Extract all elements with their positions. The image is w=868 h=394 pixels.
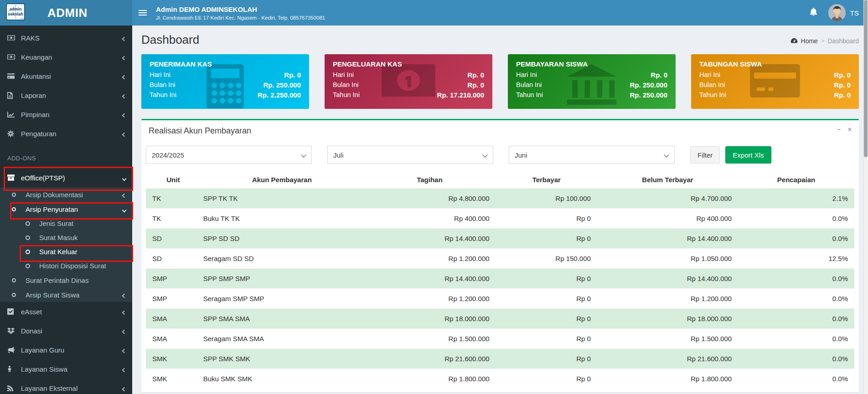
user-avatar — [828, 4, 846, 21]
sidebar-logo[interactable]: admin sekolah .net ADMIN — [0, 0, 132, 26]
sidebar-item-akuntansi[interactable]: Akuntansi — [0, 67, 132, 86]
infobox-title: PEMBAYARAN SISWA — [516, 60, 667, 68]
sidebar: RAKSKeuanganAkuntansiLaporanPimpinanPeng… — [0, 26, 132, 394]
table-cell: Rp 21.600.000 — [363, 349, 496, 369]
sidebar-item-layanan-guru[interactable]: Layanan Guru — [0, 340, 132, 359]
sidebar-item-layanan-eksternal[interactable]: Layanan Eksternal — [0, 379, 132, 394]
sidebar-item-keuangan[interactable]: Keuangan — [0, 47, 132, 67]
circle-o-icon — [26, 250, 39, 254]
sidebar-item-layanan-siswa[interactable]: Layanan Siswa — [0, 359, 132, 379]
sidebar-item-laporan[interactable]: Laporan — [0, 86, 132, 105]
close-icon[interactable]: × — [848, 126, 852, 133]
infobox-stat-row: Hari IniRp. 0 — [516, 71, 667, 79]
sidebar-item-label: eAsset — [21, 308, 42, 316]
table-cell: Rp 100.000 — [496, 189, 597, 209]
month-to-select[interactable]: Juni — [509, 146, 674, 164]
sidebar-item-donasi[interactable]: Donasi — [0, 321, 132, 340]
table-cell: Rp 1.050.000 — [597, 249, 738, 269]
table-cell: Rp 0 — [496, 289, 597, 309]
stat-value: Rp. 250.000 — [630, 81, 667, 89]
table-cell: Rp 1.200.000 — [363, 249, 496, 269]
sidebar-item-label: Surat Keluar — [39, 248, 77, 256]
circle-o-icon — [26, 235, 39, 240]
sidebar-item-jenis-surat[interactable]: Jenis Surat — [0, 216, 132, 230]
chevron-left-icon — [123, 53, 126, 61]
stat-value: Rp. 0 — [834, 81, 851, 89]
sidebar-item-surat-perintah-dinas[interactable]: Surat Perintah Dinas — [0, 273, 132, 287]
breadcrumb-separator: > — [821, 37, 825, 44]
stat-label: Hari Ini — [516, 71, 537, 79]
column-header-pencapaian: Pencapaian — [738, 171, 854, 189]
month-from-select[interactable]: Juli — [328, 146, 493, 164]
month-from-select-wrap: Juli — [327, 146, 493, 164]
table-cell: Rp 1.200.000 — [363, 289, 496, 309]
sidebar-item-label: Surat Perintah Dinas — [26, 276, 88, 284]
table-cell: Seragam SMA SMA — [201, 329, 363, 349]
sidebar-item-raks[interactable]: RAKS — [0, 28, 132, 47]
sidebar-item-arsip-dokumentasi[interactable]: Arsip Dokumentasi — [0, 187, 132, 202]
sidebar-item-easset[interactable]: eAsset — [0, 302, 132, 321]
stat-label: Tahun Ini — [333, 91, 360, 99]
user-initials: TS — [850, 9, 859, 17]
stat-value: Rp. 2.250.000 — [258, 91, 301, 99]
sidebar-item-arsip-penyuratan[interactable]: Arsip Penyuratan — [0, 202, 132, 216]
stat-label: Hari Ini — [333, 71, 354, 79]
chevron-down-icon — [123, 205, 126, 213]
chevron-left-icon — [123, 365, 126, 373]
window-scrollbar[interactable] — [863, 0, 868, 394]
export-xls-button[interactable]: Export Xls — [725, 146, 771, 164]
circle-o-icon — [26, 221, 39, 226]
table-cell: Rp 400.000 — [363, 209, 496, 229]
infobox-title: TABUNGAN SISWA — [699, 60, 851, 68]
table-cell: Rp 1.800.000 — [363, 369, 496, 389]
app-window: admin sekolah .net ADMIN Admin DEMO ADMI… — [0, 0, 868, 394]
sidebar-item-surat-masuk[interactable]: Surat Masuk — [0, 230, 132, 245]
table-cell: 0.0% — [738, 349, 854, 369]
table-cell: TK — [146, 189, 201, 209]
infobox-stat-row: Hari IniRp. 0 — [699, 71, 851, 79]
infobox-row: PENERIMAAN KASHari IniRp. 0Bulan IniRp. … — [132, 47, 868, 109]
table-cell: Buku TK TK — [201, 209, 363, 229]
table-row: SMKBuku SMK SMKRp 1.800.000Rp 0Rp 1.800.… — [146, 369, 854, 389]
money-icon — [7, 54, 21, 60]
table-cell: Rp 18.000.000 — [597, 309, 738, 329]
stat-label: Bulan Ini — [699, 81, 725, 89]
table-cell: Rp 14.400.000 — [597, 269, 738, 289]
table-cell: Rp 14.400.000 — [363, 269, 496, 289]
filter-button[interactable]: Filter — [690, 146, 720, 164]
sidebar-item-pengaturan[interactable]: Pengaturan — [0, 124, 132, 143]
scrollbar-thumb[interactable] — [864, 0, 868, 157]
stat-value: Rp. 0 — [467, 71, 484, 79]
table-cell: Rp 0 — [496, 369, 597, 389]
table-cell: Rp 4.800.000 — [363, 189, 496, 209]
stat-value: Rp. 0 — [284, 71, 301, 79]
stat-value: Rp. 0 — [834, 91, 851, 99]
breadcrumb: Home > Dashboard — [790, 37, 859, 45]
chevron-left-icon — [123, 346, 126, 354]
table-row: TKBuku TK TKRp 400.000Rp 0Rp 400.0000.0% — [146, 209, 854, 229]
sidebar-item-surat-keluar[interactable]: Surat Keluar — [0, 245, 132, 259]
sidebar-item-pimpinan[interactable]: Pimpinan — [0, 105, 132, 124]
stat-value: Rp. 17.210.000 — [437, 91, 484, 99]
sidebar-item-histori-disposisi-surat[interactable]: Histori Disposisi Surat — [0, 259, 132, 273]
table-cell: Seragam SD SD — [201, 249, 363, 269]
circle-o-icon — [26, 264, 39, 268]
sidebar-item-arsip-surat-siswa[interactable]: Arsip Surat Siswa — [0, 287, 132, 302]
collapse-icon[interactable]: − — [837, 126, 841, 133]
sidebar-item-label: Arsip Dokumentasi — [26, 191, 83, 199]
table-cell: TK — [146, 209, 201, 229]
user-menu[interactable]: TS — [828, 4, 859, 21]
infobox-stat-row: Hari IniRp. 0 — [333, 71, 484, 79]
sidebar-item-label: Histori Disposisi Surat — [39, 262, 106, 270]
sidebar-toggle-icon[interactable] — [132, 0, 153, 26]
chevron-left-icon — [123, 308, 126, 316]
column-header-belum-terbayar: Belum Terbayar — [597, 171, 738, 189]
table-cell: Rp 0 — [496, 229, 597, 249]
breadcrumb-home-link[interactable]: Home — [801, 37, 818, 45]
chevron-left-icon — [123, 191, 126, 199]
notifications-bell-icon[interactable] — [810, 8, 817, 18]
year-select[interactable]: 2024/2025 — [146, 146, 311, 164]
infobox-stat-row: Tahun IniRp. 250.000 — [516, 91, 667, 99]
table-cell: 0.0% — [738, 269, 854, 289]
sidebar-item-eoffice-ptsp[interactable]: eOffice(PTSP) — [0, 168, 132, 187]
